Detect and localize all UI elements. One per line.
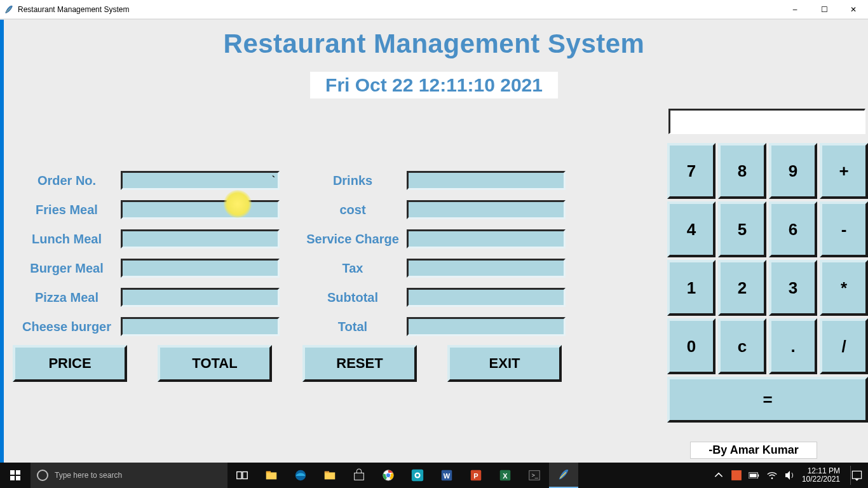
credit-label: -By Amar Kumar	[690, 442, 817, 459]
input-drinks[interactable]	[409, 173, 564, 188]
svg-rect-2	[10, 476, 15, 480]
window-minimize-button[interactable]: –	[780, 0, 810, 19]
calc-button-3[interactable]: 3	[769, 260, 817, 316]
action-center-icon[interactable]	[850, 466, 863, 485]
file-explorer-icon[interactable]	[257, 463, 286, 488]
chrome-icon[interactable]	[374, 463, 403, 488]
powerpoint-icon[interactable]: P	[461, 463, 491, 488]
calc-button-0[interactable]: 0	[667, 318, 715, 374]
svg-rect-7	[266, 471, 271, 473]
taskbar-clock[interactable]: 12:11 PM 10/22/2021	[802, 467, 840, 484]
store-icon[interactable]	[344, 463, 374, 488]
label-lunch-meal: Lunch Meal	[13, 232, 121, 247]
input-subtotal[interactable]	[409, 290, 564, 305]
window-close-button[interactable]: ✕	[839, 0, 868, 19]
page-title: Restaurant Management System	[0, 29, 868, 59]
input-cheese-burger[interactable]	[123, 319, 278, 334]
label-order-no: Order No.	[13, 173, 121, 188]
calc-button-6[interactable]: 6	[769, 201, 817, 257]
window-title: Restaurant Management System	[18, 5, 129, 14]
calc-button-1[interactable]: 1	[667, 260, 715, 316]
calc-button-minus[interactable]: -	[820, 201, 868, 257]
volume-icon[interactable]	[784, 470, 796, 481]
app-icon	[4, 4, 14, 15]
label-pizza-meal: Pizza Meal	[13, 290, 121, 305]
calc-button-dot[interactable]: .	[769, 318, 817, 374]
calc-button-5[interactable]: 5	[718, 201, 766, 257]
input-tax[interactable]	[409, 261, 564, 276]
svg-point-18	[416, 474, 419, 477]
python-idle-icon[interactable]	[549, 463, 578, 488]
camera-app-icon[interactable]	[403, 463, 432, 488]
reset-button[interactable]: RESET	[302, 345, 417, 382]
input-pizza-meal[interactable]	[123, 290, 278, 305]
datetime-display: Fri Oct 22 12:11:10 2021	[310, 72, 558, 98]
svg-rect-29	[757, 474, 759, 477]
calc-button-9[interactable]: 9	[769, 143, 817, 199]
search-placeholder: Type here to search	[55, 471, 122, 480]
start-button[interactable]	[0, 463, 31, 488]
input-cost[interactable]	[409, 202, 564, 217]
svg-text:W: W	[444, 472, 451, 480]
input-lunch-meal[interactable]	[123, 231, 278, 247]
label-service-charge: Service Charge	[299, 232, 407, 247]
taskbar-pinned-apps: W P X >_	[227, 463, 578, 488]
cortana-icon	[37, 470, 48, 481]
app-client-area: Restaurant Management System Fri Oct 22 …	[0, 19, 868, 464]
total-button[interactable]: TOTAL	[158, 345, 272, 382]
battery-icon[interactable]	[749, 470, 760, 481]
label-fries-meal: Fries Meal	[13, 203, 121, 217]
calc-button-divide[interactable]: /	[820, 318, 868, 374]
system-tray: 12:11 PM 10/22/2021	[713, 466, 868, 485]
svg-rect-27	[731, 470, 742, 480]
svg-rect-32	[852, 471, 861, 478]
edge-browser-icon[interactable]	[286, 463, 315, 488]
label-cheese-burger: Cheese burger	[13, 320, 121, 334]
input-fries-meal[interactable]	[123, 202, 278, 217]
calculator-panel: 7 8 9 + 4 5 6 - 1 2 3 * 0 c . / = -By Am…	[665, 109, 868, 459]
label-burger-meal: Burger Meal	[13, 261, 121, 276]
svg-text:P: P	[473, 472, 478, 480]
price-button[interactable]: PRICE	[13, 345, 127, 382]
calc-button-7[interactable]: 7	[667, 143, 715, 199]
svg-rect-3	[16, 476, 20, 480]
input-order-no[interactable]	[123, 173, 278, 188]
calc-button-2[interactable]: 2	[718, 260, 766, 316]
svg-rect-11	[355, 473, 364, 480]
calc-button-clear[interactable]: c	[718, 318, 766, 374]
calc-button-multiply[interactable]: *	[820, 260, 868, 316]
window-titlebar: Restaurant Management System – ☐ ✕	[0, 0, 868, 19]
taskbar-date: 10/22/2021	[802, 475, 840, 484]
tray-app-icon[interactable]	[731, 470, 742, 481]
svg-point-31	[771, 477, 773, 479]
input-burger-meal[interactable]	[123, 261, 278, 276]
input-service-charge[interactable]	[409, 231, 564, 247]
label-subtotal: Subtotal	[299, 290, 407, 305]
svg-rect-5	[243, 472, 247, 479]
tray-chevron-up-icon[interactable]	[713, 470, 724, 481]
label-total: Total	[299, 320, 407, 334]
excel-icon[interactable]: X	[491, 463, 520, 488]
label-cost: cost	[299, 203, 407, 217]
label-tax: Tax	[299, 261, 407, 276]
calc-button-equals[interactable]: =	[667, 377, 868, 423]
input-total[interactable]	[409, 319, 564, 334]
calc-button-plus[interactable]: +	[820, 143, 868, 199]
svg-rect-0	[10, 470, 15, 475]
calculator-display[interactable]	[670, 111, 864, 132]
svg-rect-4	[237, 472, 241, 479]
window-maximize-button[interactable]: ☐	[810, 0, 839, 19]
svg-text:>_: >_	[531, 472, 538, 478]
word-icon[interactable]: W	[432, 463, 461, 488]
calc-button-4[interactable]: 4	[667, 201, 715, 257]
windows-taskbar: Type here to search W P X >_ 12:11 PM 10…	[0, 463, 868, 488]
left-accent-bar	[0, 20, 4, 464]
terminal-icon[interactable]: >_	[520, 463, 549, 488]
exit-button[interactable]: EXIT	[447, 345, 562, 382]
wifi-icon[interactable]	[766, 470, 778, 481]
folder-icon[interactable]	[315, 463, 344, 488]
taskbar-search[interactable]: Type here to search	[31, 463, 227, 488]
task-view-icon[interactable]	[227, 463, 257, 488]
calc-button-8[interactable]: 8	[718, 143, 766, 199]
svg-rect-10	[325, 471, 329, 473]
